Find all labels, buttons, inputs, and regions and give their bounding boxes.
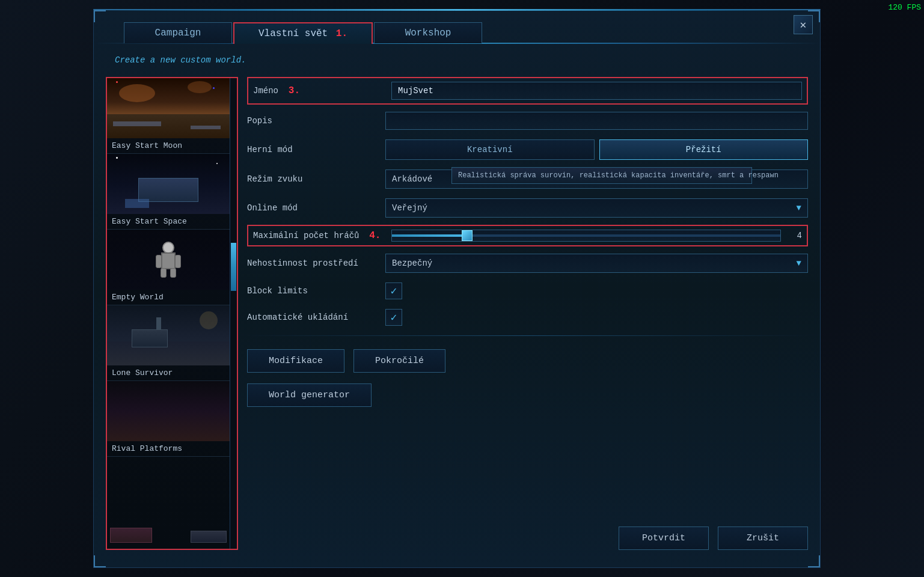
corner-decoration-br: [808, 555, 820, 567]
name-row: Jméno 3.: [247, 77, 808, 105]
subtitle: Create a new custom world.: [115, 55, 808, 65]
confirm-button[interactable]: Potvrdit: [619, 527, 709, 550]
hostility-row: Nehostinnost prostředí Bezpečný ▼: [247, 251, 808, 275]
world-item-empty-world-label: Empty World: [107, 290, 230, 305]
mods-button[interactable]: Modifikace: [247, 349, 344, 373]
block-limits-row: Block limits ✓: [247, 280, 808, 302]
cancel-button[interactable]: Zrušit: [718, 527, 808, 550]
game-mode-label: Herní mód: [247, 145, 379, 154]
block-limits-checkbox[interactable]: ✓: [385, 282, 402, 299]
description-row: Popis: [247, 109, 808, 132]
max-players-slider[interactable]: [391, 230, 781, 242]
hostility-label: Nehostinnost prostředí: [247, 258, 379, 268]
divider-1: [247, 335, 808, 336]
block-limits-checkmark: ✓: [391, 284, 397, 298]
name-badge: 3.: [289, 85, 300, 96]
online-mode-label: Online mód: [247, 203, 379, 213]
world-item-easy-start-space[interactable]: Easy Start Space: [107, 154, 230, 230]
description-label: Popis: [247, 116, 379, 126]
main-dialog: ✕ Campaign Vlastní svět 1. Workshop Crea…: [93, 9, 821, 568]
autosave-label: Automatické ukládání: [247, 313, 379, 322]
game-mode-row: Herní mód Kreativní Přežití: [247, 137, 808, 162]
autosave-checkbox[interactable]: ✓: [385, 309, 402, 326]
world-item-rival-platforms[interactable]: Rival Platforms: [107, 381, 230, 457]
thumbnail-rival-platforms: [107, 381, 230, 441]
world-list-panel: 2. Easy Start Moon: [106, 77, 238, 550]
name-label: Jméno 3.: [253, 85, 385, 96]
autosave-row: Automatické ukládání ✓: [247, 307, 808, 328]
world-item-easy-moon-label: Easy Start Moon: [107, 138, 230, 153]
tab-campaign[interactable]: Campaign: [124, 22, 232, 43]
form-panel: Jméno 3. Popis Herní mód Kreativní Přeži…: [247, 77, 808, 550]
max-players-badge: 4.: [369, 230, 381, 241]
game-mode-survival-btn[interactable]: Přežití: [599, 139, 809, 160]
block-limits-label: Block limits: [247, 286, 379, 296]
fps-counter: 120 FPS: [888, 3, 921, 12]
hostility-dropdown-arrow: ▼: [797, 258, 801, 268]
world-item-lone-survivor[interactable]: Lone Survivor: [107, 305, 230, 381]
world-item-lone-survivor-label: Lone Survivor: [107, 365, 230, 380]
world-generator-button[interactable]: World generator: [247, 383, 372, 407]
online-mode-dropdown-arrow: ▼: [797, 203, 801, 213]
sound-mode-row: Režim zvuku Arkádové Realistická správa …: [247, 167, 808, 191]
max-players-label: Maximální počet hráčů 4.: [253, 230, 385, 241]
world-item-rival-platforms-label: Rival Platforms: [107, 441, 230, 456]
world-generator-row: World generator: [247, 383, 808, 407]
description-input[interactable]: [385, 112, 808, 130]
main-layout: 2. Easy Start Moon: [106, 77, 808, 550]
content-area: Create a new custom world. 2.: [106, 46, 808, 555]
mod-advanced-buttons: Modifikace Pokročilé: [247, 349, 808, 373]
scrollbar-thumb: [231, 243, 236, 291]
confirm-cancel-buttons: Potvrdit Zrušit: [247, 527, 808, 550]
tab-vlastni-svet[interactable]: Vlastní svět 1.: [233, 22, 373, 44]
sound-mode-label: Režim zvuku: [247, 174, 379, 184]
thumbnail-lone-survivor: [107, 305, 230, 365]
tab-badge-1: 1.: [336, 28, 347, 39]
thumbnail-easy-moon: [107, 78, 230, 138]
tooltip: Realistická správa surovin, realistická …: [451, 167, 752, 184]
game-mode-buttons: Kreativní Přežití: [385, 139, 808, 160]
name-input[interactable]: [391, 82, 802, 100]
online-mode-row: Online mód Veřejný ▼: [247, 196, 808, 220]
slider-thumb[interactable]: [462, 230, 473, 241]
world-item-easy-start-moon[interactable]: Easy Start Moon: [107, 78, 230, 154]
thumbnail-easy-space: [107, 154, 230, 214]
close-button[interactable]: ✕: [794, 15, 813, 34]
advanced-button[interactable]: Pokročilé: [353, 349, 445, 373]
game-mode-creative-btn[interactable]: Kreativní: [385, 139, 595, 160]
hostility-dropdown[interactable]: Bezpečný ▼: [385, 254, 808, 273]
corner-decoration-bl: [94, 555, 106, 567]
thumbnail-empty-world: [107, 230, 230, 290]
world-item-empty-world[interactable]: Empty World: [107, 230, 230, 305]
world-item-easy-space-label: Easy Start Space: [107, 214, 230, 229]
list-scrollbar[interactable]: [230, 78, 237, 549]
corner-decoration-tl: [94, 10, 106, 22]
online-mode-dropdown[interactable]: Veřejný ▼: [385, 198, 808, 218]
max-players-value: 4: [787, 231, 802, 240]
autosave-checkmark: ✓: [391, 311, 397, 324]
tab-workshop[interactable]: Workshop: [374, 22, 482, 43]
max-players-row: Maximální počet hráčů 4. 4: [247, 225, 808, 246]
slider-fill: [392, 234, 470, 237]
tab-bar: Campaign Vlastní svět 1. Workshop: [124, 10, 784, 43]
world-list-inner: Easy Start Moon Easy Start Space: [107, 78, 230, 549]
